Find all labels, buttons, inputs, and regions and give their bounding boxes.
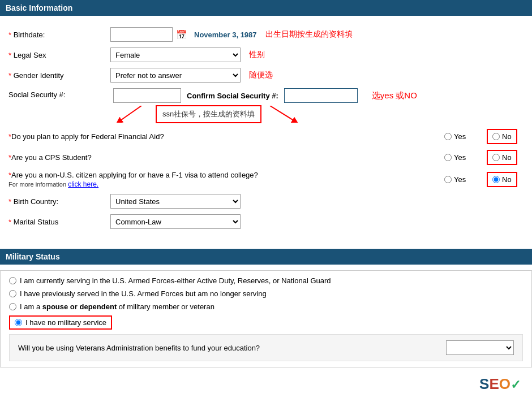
birth-country-label: Birth Country: [8, 197, 110, 206]
ssn-label: Social Security #: [8, 88, 110, 99]
arrow-right-icon [264, 106, 298, 123]
cps-no-radio[interactable] [492, 154, 500, 161]
military-radio-1[interactable] [9, 277, 16, 284]
federal-aid-yes-label: Yes [454, 132, 466, 141]
military-option-2: I have previously served in the U.S. Arm… [9, 289, 523, 298]
basic-info-header: Basic Information [0, 0, 532, 16]
military-section: Military Status I am currently serving i… [0, 249, 532, 367]
federal-aid-no-box: No [487, 129, 517, 144]
ssn-annotation: ssn社保号，按生成的资料填 [156, 105, 261, 123]
seo-s-letter: S [479, 375, 489, 392]
cps-row: *Are you a CPS Student? Yes No [8, 150, 524, 165]
yes-no-annotation: 选yes 或NO [372, 88, 417, 101]
arrow-left-icon [113, 106, 147, 123]
svg-line-1 [270, 106, 295, 122]
military-label-2: I have previously served in the U.S. Arm… [20, 289, 267, 298]
birthdate-annotation: 出生日期按生成的资料填 [265, 29, 353, 40]
military-label-4: I have no military service [25, 318, 106, 327]
birthdate-input[interactable]: 1987/11/03 [110, 27, 173, 42]
military-options-container: I am currently serving in the U.S. Armed… [0, 270, 532, 367]
military-option-4: I have no military service [9, 315, 523, 330]
non-us-row: *Are you a non-U.S. citizen applying for… [8, 171, 524, 188]
federal-aid-row: *Do you plan to apply for Federal Financ… [8, 129, 524, 144]
marital-status-row: Marital Status Single Common-Law Married… [8, 214, 524, 229]
federal-aid-question: *Do you plan to apply for Federal Financ… [8, 132, 444, 141]
federal-aid-no-label: No [502, 132, 512, 141]
va-benefits-question: Will you be using Veterans Administratio… [18, 344, 260, 352]
confirm-ssn-input[interactable]: 696-01-0126 [284, 88, 358, 103]
cps-question: *Are you a CPS Student? [8, 153, 444, 162]
cps-no-label: No [502, 153, 512, 162]
gender-identity-row: Gender Identity Prefer not to answer Mal… [8, 68, 524, 83]
gender-identity-label: Gender Identity [8, 71, 110, 80]
va-benefits-select[interactable]: Yes No [446, 340, 514, 355]
military-header: Military Status [0, 249, 532, 265]
non-us-no-label: No [502, 175, 512, 184]
military-label-3: I am a spouse or dependent of military m… [20, 302, 214, 311]
federal-aid-no-radio[interactable] [492, 133, 500, 140]
marital-status-label: Marital Status [8, 218, 110, 226]
no-military-service-box: I have no military service [9, 315, 112, 330]
birthdate-display: November 3, 1987 [194, 31, 257, 39]
questions-section: *Do you plan to apply for Federal Financ… [8, 129, 524, 188]
federal-aid-yes-radio[interactable] [444, 133, 452, 140]
seo-e-letter: E [489, 375, 499, 392]
seo-logo: SEO✓ [479, 375, 521, 393]
legal-sex-row: Legal Sex Female Male Non-binary Other 性… [8, 47, 524, 62]
non-us-yes-radio[interactable] [444, 176, 452, 183]
non-us-no-box: No [487, 172, 517, 187]
seo-logo-container: SEO✓ [0, 367, 532, 396]
military-option-1: I am currently serving in the U.S. Armed… [9, 276, 523, 285]
seo-o-letter: O [499, 375, 510, 392]
military-option-3: I am a spouse or dependent of military m… [9, 302, 523, 311]
gender-identity-select[interactable]: Prefer not to answer Male Female Non-bin… [110, 68, 241, 83]
seo-checkmark-icon: ✓ [510, 378, 521, 392]
marital-status-select[interactable]: Single Common-Law Married Divorced Widow… [110, 214, 241, 229]
ssn-row: Social Security #: 696-01-0126 Confirm S… [8, 88, 524, 123]
non-us-question: *Are you a non-U.S. citizen applying for… [8, 171, 444, 179]
gender-identity-annotation: 随便选 [249, 70, 273, 80]
birth-country-select[interactable]: United States Canada Mexico Other [110, 194, 241, 209]
military-radio-4[interactable] [15, 319, 22, 326]
non-us-no-radio[interactable] [492, 176, 500, 183]
ssn-input[interactable]: 696-01-0126 [113, 88, 181, 103]
legal-sex-label: Legal Sex [8, 51, 110, 59]
birthdate-label: Birthdate: [8, 31, 110, 39]
legal-sex-select[interactable]: Female Male Non-binary Other [110, 47, 241, 62]
military-radio-3[interactable] [9, 303, 16, 310]
cps-yes-label: Yes [454, 153, 466, 162]
va-benefits-row: Will you be using Veterans Administratio… [9, 334, 523, 361]
cps-yes-radio[interactable] [444, 154, 452, 161]
legal-sex-annotation: 性别 [249, 50, 265, 60]
cps-no-box: No [487, 150, 517, 165]
non-us-yes-label: Yes [454, 175, 466, 184]
calendar-icon[interactable]: 📅 [176, 29, 187, 40]
birthdate-row: Birthdate: 1987/11/03 📅 November 3, 1987… [8, 27, 524, 42]
birth-country-row: Birth Country: United States Canada Mexi… [8, 194, 524, 209]
military-label-1: I am currently serving in the U.S. Armed… [20, 276, 331, 285]
military-radio-2[interactable] [9, 290, 16, 297]
confirm-ssn-label: Confirm Social Security #: [187, 92, 278, 100]
non-us-link[interactable]: click here. [68, 180, 98, 188]
svg-line-0 [119, 106, 141, 122]
non-us-subtext: For more information click here. [8, 180, 444, 188]
